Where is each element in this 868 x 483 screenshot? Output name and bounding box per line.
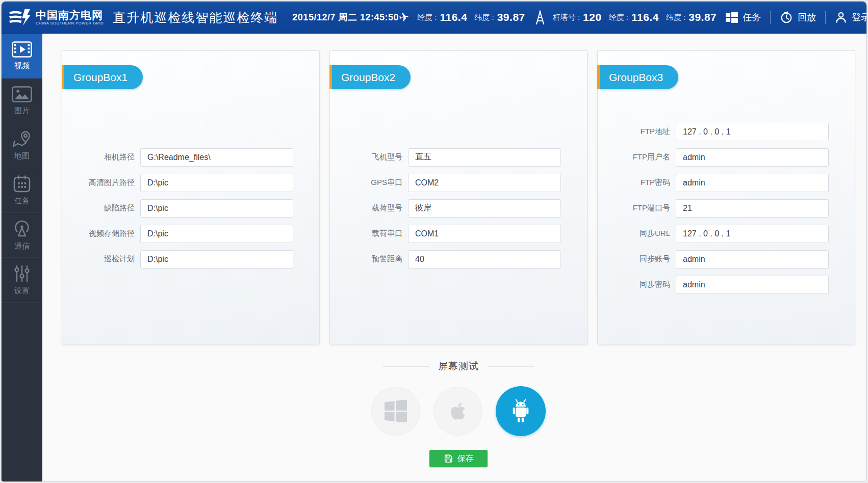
- payload-serial-input[interactable]: [408, 225, 561, 243]
- ftp-password-input[interactable]: [676, 174, 829, 192]
- hd-picture-path-label: 高清图片路径: [62, 178, 135, 187]
- sync-url-input[interactable]: [676, 225, 829, 243]
- calendar-icon: [13, 175, 31, 193]
- tower-lat-label: 纬度 :: [666, 13, 685, 22]
- aircraft-lat-value: 39.87: [497, 11, 525, 23]
- apple-test-button[interactable]: [433, 387, 482, 436]
- datetime-display: 2015/12/7 周二 12:45:50: [292, 11, 399, 23]
- sidebar-item-settings[interactable]: 设置: [2, 258, 42, 303]
- ftp-address-label: FTP地址: [598, 127, 670, 137]
- sidebar-item-label: 任务: [14, 196, 30, 206]
- android-test-button[interactable]: [496, 386, 546, 436]
- top-bar: 中国南方电网 CHINA SOUTHERN POWER GRID 直升机巡检线智…: [2, 2, 866, 34]
- field-row: 同步密码: [598, 276, 855, 294]
- tasks-button[interactable]: 任务: [726, 11, 761, 23]
- tasks-button-label: 任务: [743, 11, 761, 23]
- floppy-icon: [444, 454, 453, 463]
- screen-test-title: 屏幕测试: [438, 360, 479, 373]
- tower-lon-label: 经度 :: [609, 13, 628, 22]
- defect-path-label: 缺陷路径: [62, 203, 135, 213]
- hd-picture-path-input[interactable]: [140, 174, 293, 192]
- ftp-username-label: FTP用户名: [598, 152, 670, 162]
- company-logo: 中国南方电网 CHINA SOUTHERN POWER GRID: [9, 9, 104, 26]
- inspection-plan-input[interactable]: [140, 250, 293, 269]
- sidebar-item-label: 通信: [14, 242, 30, 251]
- video-storage-path-label: 视频存储路径: [62, 229, 135, 238]
- sidebar-item-label: 图片: [14, 106, 30, 116]
- topbar-separator: [825, 11, 826, 24]
- aircraft-model-input[interactable]: [408, 148, 561, 167]
- field-row: 飞机型号: [330, 148, 587, 167]
- field-row: 同步URL: [598, 225, 855, 243]
- sync-password-label: 同步密码: [598, 280, 670, 289]
- aircraft-lon-value: 116.4: [440, 11, 467, 23]
- sidebar-item-video[interactable]: 视频: [2, 34, 42, 78]
- field-row: 巡检计划: [62, 250, 319, 269]
- sync-account-input[interactable]: [676, 250, 829, 269]
- sliders-icon: [13, 265, 31, 282]
- ftp-address-input[interactable]: [676, 123, 829, 141]
- camera-path-input[interactable]: [140, 148, 293, 167]
- field-row: 视频存储路径: [62, 225, 319, 243]
- payload-model-input[interactable]: [408, 199, 561, 218]
- logo-subtitle: CHINA SOUTHERN POWER GRID: [36, 21, 104, 25]
- field-row: 预警距离: [330, 250, 587, 269]
- aircraft-lat-label: 纬度 :: [474, 13, 494, 22]
- field-row: FTP端口号: [598, 199, 855, 218]
- page-title: 直升机巡检线智能巡检终端: [113, 9, 278, 26]
- ftp-password-label: FTP密码: [598, 178, 670, 187]
- payload-model-label: 载荷型号: [330, 203, 402, 213]
- sync-password-input[interactable]: [676, 276, 829, 294]
- payload-serial-label: 载荷串口: [330, 229, 402, 238]
- sidebar-item-label: 地图: [14, 151, 30, 161]
- replay-button[interactable]: 回放: [780, 11, 816, 24]
- screen-test-section: 屏幕测试: [62, 360, 855, 436]
- sidebar-item-pictures[interactable]: 图片: [2, 78, 42, 123]
- field-row: 载荷串口: [330, 225, 587, 243]
- windows-test-button[interactable]: [371, 387, 420, 436]
- field-row: 缺陷路径: [62, 199, 319, 218]
- tower-lat-value: 39.87: [688, 11, 717, 23]
- groupbox1-panel: GroupBox1 相机路径 高清图片路径 缺陷路径: [62, 50, 320, 344]
- defect-path-input[interactable]: [140, 199, 293, 218]
- warning-distance-input[interactable]: [408, 250, 561, 269]
- sidebar-item-tasks[interactable]: 任务: [2, 168, 42, 213]
- field-row: FTP密码: [598, 174, 855, 192]
- app-window: 中国南方电网 CHINA SOUTHERN POWER GRID 直升机巡检线智…: [1, 1, 867, 482]
- gps-serial-input[interactable]: [408, 174, 561, 192]
- ftp-port-label: FTP端口号: [598, 203, 670, 213]
- apple-logo-icon: [447, 400, 469, 422]
- field-row: FTP用户名: [598, 148, 855, 167]
- aircraft-lon-label: 经度 :: [417, 13, 437, 22]
- groupbox2-panel: GroupBox2 飞机型号 GPS串口 载荷型号: [329, 50, 588, 344]
- save-button[interactable]: 保存: [429, 450, 488, 467]
- user-icon: [835, 11, 847, 23]
- divider-line: [488, 366, 534, 367]
- replay-clock-icon: [780, 11, 793, 24]
- tower-id-label: 杆塔号 :: [553, 13, 580, 22]
- ftp-username-input[interactable]: [676, 148, 829, 167]
- sync-account-label: 同步账号: [598, 254, 670, 264]
- save-button-label: 保存: [457, 453, 474, 464]
- topbar-separator: [770, 11, 771, 24]
- groupbox2-fields: 飞机型号 GPS串口 载荷型号 载荷串口: [330, 51, 587, 344]
- field-row: 同步账号: [598, 250, 855, 269]
- replay-button-label: 回放: [798, 11, 816, 23]
- warning-distance-label: 预警距离: [330, 254, 402, 264]
- android-logo-icon: [509, 398, 532, 424]
- sidebar-item-communication[interactable]: 通信: [2, 213, 42, 258]
- login-button[interactable]: 登录: [835, 11, 867, 23]
- groupbox-panels: GroupBox1 相机路径 高清图片路径 缺陷路径: [62, 50, 855, 344]
- main-content: GroupBox1 相机路径 高清图片路径 缺陷路径: [42, 34, 866, 481]
- ftp-port-input[interactable]: [676, 199, 829, 218]
- divider-line: [383, 366, 429, 367]
- login-button-label: 登录: [852, 11, 867, 23]
- sidebar-item-map[interactable]: 地图: [2, 123, 42, 168]
- map-pin-icon: [12, 130, 32, 148]
- tower-icon: [534, 10, 546, 25]
- field-row: 相机路径: [62, 148, 319, 167]
- video-storage-path-input[interactable]: [140, 225, 293, 243]
- tiles-icon: [726, 11, 738, 23]
- field-row: 高清图片路径: [62, 174, 319, 192]
- tower-id-value: 120: [583, 11, 602, 23]
